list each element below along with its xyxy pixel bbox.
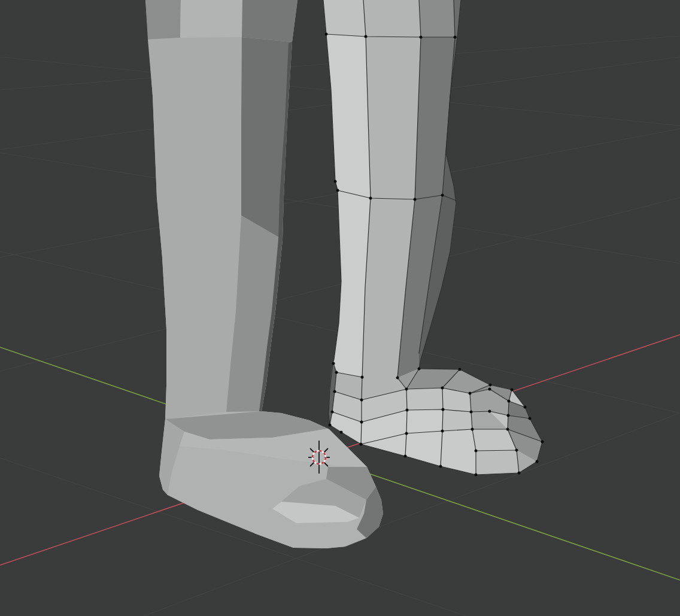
mesh-vertex[interactable]: [441, 194, 444, 197]
mesh-vertex[interactable]: [515, 449, 518, 452]
mesh-vertex[interactable]: [488, 388, 491, 391]
mesh-vertex[interactable]: [414, 198, 417, 201]
mesh-vertex[interactable]: [406, 409, 409, 412]
mesh-vertex[interactable]: [405, 432, 408, 435]
leg-mesh-edit-wireframe-facet: [419, 0, 455, 37]
mesh-vertex[interactable]: [333, 390, 336, 393]
mesh-vertex[interactable]: [360, 399, 363, 402]
mesh-vertex[interactable]: [441, 387, 444, 390]
leg-mesh-edit-wireframe-facet: [363, 0, 421, 37]
mesh-vertex[interactable]: [442, 408, 445, 411]
mesh-vertex[interactable]: [332, 362, 335, 365]
mesh-vertex[interactable]: [475, 450, 478, 453]
mesh-vertex[interactable]: [325, 33, 328, 36]
mesh-vertex[interactable]: [360, 443, 363, 446]
mesh-vertex[interactable]: [471, 428, 474, 431]
mesh-vertex[interactable]: [396, 377, 399, 380]
mesh-vertex[interactable]: [524, 406, 527, 409]
mesh-vertex[interactable]: [404, 455, 407, 458]
mesh-vertex[interactable]: [508, 400, 511, 403]
mesh-vertex[interactable]: [541, 441, 544, 444]
mesh-vertex[interactable]: [536, 460, 539, 463]
mesh-vertex[interactable]: [506, 428, 509, 431]
mesh-vertex[interactable]: [329, 424, 332, 427]
mesh-vertex[interactable]: [489, 384, 492, 387]
mesh-vertex[interactable]: [340, 431, 343, 434]
mesh-vertex[interactable]: [331, 411, 334, 414]
mesh-vertex[interactable]: [405, 388, 408, 391]
mesh-vertex[interactable]: [507, 414, 510, 417]
mesh-vertex[interactable]: [334, 180, 337, 183]
mesh-vertex[interactable]: [470, 411, 473, 414]
blender-3d-viewport[interactable]: [0, 0, 680, 616]
mesh-vertex[interactable]: [475, 474, 478, 477]
mesh-vertex[interactable]: [511, 389, 514, 392]
mesh-vertex[interactable]: [518, 472, 521, 475]
leg-mesh-mirrored-facet: [242, 0, 298, 42]
mesh-vertex[interactable]: [454, 36, 457, 39]
mesh-vertex[interactable]: [420, 36, 423, 39]
mesh-vertex[interactable]: [335, 371, 338, 374]
mesh-vertex[interactable]: [469, 392, 472, 395]
mesh-vertex[interactable]: [418, 368, 421, 371]
mesh-vertex[interactable]: [529, 417, 532, 420]
mesh-vertex[interactable]: [488, 410, 491, 413]
leg-mesh-edit-wireframe-facet: [323, 0, 366, 37]
leg-mesh-mirrored-facet: [180, 0, 242, 38]
leg-mesh-edit-wireframe-facet: [476, 450, 519, 475]
mesh-vertex[interactable]: [441, 430, 444, 433]
mesh-vertex[interactable]: [369, 197, 372, 200]
leg-mesh-mirrored-facet: [145, 0, 181, 40]
viewport-canvas[interactable]: [0, 0, 680, 616]
mesh-vertex[interactable]: [360, 421, 363, 424]
mesh-vertex[interactable]: [439, 465, 442, 468]
mesh-vertex[interactable]: [365, 35, 368, 38]
mesh-vertex[interactable]: [361, 376, 364, 379]
mesh-vertex[interactable]: [336, 189, 339, 192]
mesh-vertex[interactable]: [459, 368, 462, 371]
